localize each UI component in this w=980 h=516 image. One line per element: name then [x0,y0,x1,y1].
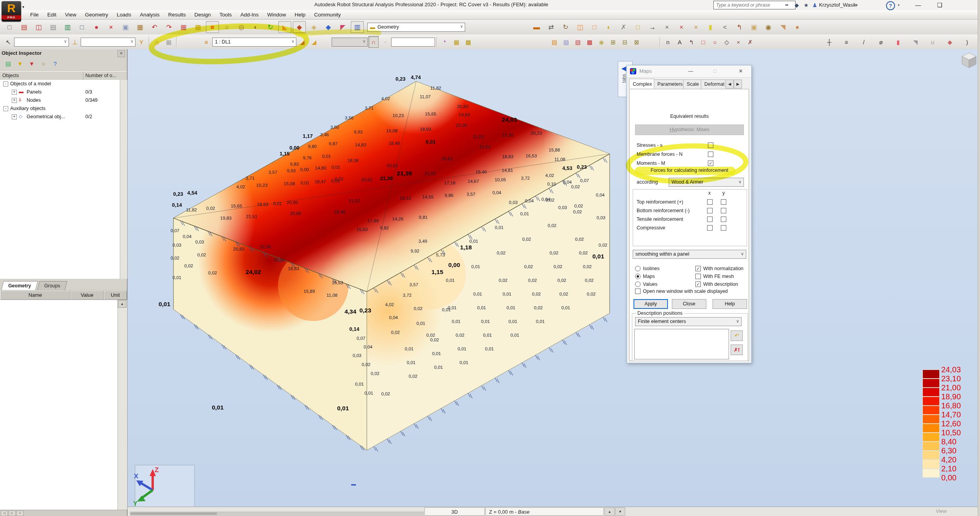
expand-left-icon[interactable]: ◀ [621,65,626,72]
tab-scroll-left-icon[interactable]: ◀ [726,79,734,88]
structure-model-icon[interactable]: ⌂ [152,36,162,48]
user-menu-caret-icon[interactable]: ▾ [856,3,858,7]
menu-community[interactable]: Community [310,11,345,19]
help-caret-icon[interactable]: ▾ [898,3,900,7]
mesh-quality-icon[interactable]: ⊠ [632,36,642,48]
apply-button[interactable]: Apply [633,299,668,309]
filter-icon[interactable]: ▼ [15,58,25,69]
binoculars-icon[interactable]: ●● [782,1,791,9]
undo-icon[interactable]: ↶ [731,330,743,341]
load-ramp2-icon[interactable]: ◢ [309,36,319,48]
mode-combo[interactable]: ∨ [332,38,368,47]
menu-help[interactable]: Help [291,11,310,19]
membrane-forces-n-checkbox[interactable] [708,152,713,157]
horizontal-scrollbar[interactable] [130,512,424,516]
filter-field[interactable] [391,38,435,47]
column-objects[interactable]: Objects [2,73,19,78]
mesh-refine-icon[interactable]: ◉ [596,36,606,48]
tab-scale[interactable]: Scale [683,79,701,89]
box-3d-icon[interactable]: ▣ [747,21,760,33]
bar-selection-combo[interactable]: ∨ [81,38,135,47]
angle-fan-icon[interactable]: < [718,21,731,33]
column-divider[interactable] [83,72,83,80]
footer-nav-icon[interactable]: ◁ [1,511,8,516]
cylinder-icon[interactable]: ● [791,21,804,33]
delete-axis-icon[interactable]: ✗ [617,21,630,33]
trim-cross-orange-icon[interactable]: × [689,21,702,33]
orientation-icon[interactable]: ◆ [322,21,335,33]
with-fe-mesh-checkbox[interactable] [695,274,701,279]
mesh-freeze-icon[interactable]: ▨ [549,36,559,48]
channel-section-icon[interactable]: ∪ [927,36,938,48]
minimize-button[interactable]: — [912,2,924,8]
plane-up-button[interactable]: ▲ [605,507,615,516]
load-ramp-icon[interactable]: ◢ [297,36,307,48]
menu-edit[interactable]: Edit [43,11,61,19]
display-options-icon[interactable]: ▤ [3,58,13,69]
open-project-icon[interactable]: ▤ [18,21,31,33]
tensile-reinforcement-x-checkbox[interactable] [707,217,713,222]
hand-query-icon[interactable]: Y [136,36,146,48]
set-square-icon[interactable]: ◣ [278,21,291,33]
maps-radio[interactable] [635,274,641,279]
zoom-icon[interactable]: ○ [220,21,233,33]
bridge-icon[interactable]: ∩ [368,36,379,48]
values-radio[interactable] [635,281,641,287]
tab-groups[interactable]: Groups [37,281,67,290]
with-normalization-checkbox[interactable]: ✓ [695,266,701,271]
column-name[interactable]: Name [0,290,70,300]
intersect-lines-icon[interactable]: × [733,36,744,48]
tree-item-panels[interactable]: +▬Panels0/3 [0,88,120,96]
refresh-icon[interactable]: ↻ [264,21,277,33]
screen-capture-gallery-icon[interactable]: ▥ [61,21,74,33]
drill-hole-icon[interactable]: ◉ [762,21,775,33]
model-viewport[interactable]: 0,234,7411,824,0211,073,7120,833,5610,23… [128,49,978,516]
arrow-between-icon[interactable]: → [646,21,659,33]
help-button[interactable]: Help [713,299,747,309]
corner-arrow-icon[interactable]: ↰ [733,21,746,33]
menu-view[interactable]: View [61,11,81,19]
close-button[interactable]: Close [672,299,706,309]
divisions-n-icon[interactable]: n [663,36,673,48]
menu-loads[interactable]: Loads [112,11,135,19]
collapse-icon[interactable]: - [3,106,8,111]
help-icon[interactable]: ? [50,58,60,69]
brush-icon[interactable]: ▬ [530,21,543,33]
view-mode-cell[interactable]: 3D [424,507,485,516]
zoom-window-icon[interactable]: ◐ [249,21,262,33]
calculation-table-icon[interactable]: ▦ [191,21,204,33]
maps-dialog-titlebar[interactable]: Maps — □ ✕ [627,65,751,78]
undo-icon[interactable]: ↶ [148,21,161,33]
menu-results[interactable]: Results [164,11,190,19]
dialog-minimize-button[interactable]: — [685,67,697,75]
property-grid-scrollbar[interactable]: ▲ [117,300,127,510]
top-reinforcement--y-checkbox[interactable] [721,199,726,205]
according-selector[interactable]: Wood & Armer∨ [669,178,744,187]
panel-gray-icon[interactable]: ▦ [164,36,174,48]
smoothing-selector[interactable]: smoothing within a panel∨ [633,250,746,259]
isolines-radio[interactable] [635,266,641,271]
panel-icon[interactable]: ◆ [944,36,956,48]
tree-scrollbar[interactable] [120,80,127,279]
dialog-close-button[interactable]: ✕ [735,67,747,75]
column-value[interactable]: Value [70,290,104,300]
diamond-contour-icon[interactable]: ◇ [722,36,732,48]
menu-file[interactable]: File [26,11,43,19]
tab-parameters[interactable]: Parameters [654,79,684,89]
node-selection-combo[interactable]: ∨ [14,38,69,47]
plane-down-button[interactable]: ▼ [615,507,625,516]
view-button[interactable]: View [936,508,947,514]
cut-warning-icon[interactable]: ✗! [731,345,743,355]
footer-nav-icon[interactable]: ≡ [16,511,23,516]
zoom-all-icon[interactable]: ◎ [235,21,248,33]
expand-icon[interactable]: + [12,90,17,95]
user-menu[interactable]: Krzysztof_Wasik [819,2,857,8]
scissors-icon[interactable]: ✗ [745,36,755,48]
menu-addins[interactable]: Add-Ins [236,11,263,19]
node-offset-icon[interactable]: ▮ [892,36,904,48]
favorites-star-icon[interactable]: ★ [802,1,810,9]
tree-item-objects-of-a-model[interactable]: -Objects of a model [0,80,120,88]
trim-cross-red-icon[interactable]: × [675,21,688,33]
select-query-icon[interactable]: ↖ [3,36,13,48]
menu-analysis[interactable]: Analysis [135,11,164,19]
